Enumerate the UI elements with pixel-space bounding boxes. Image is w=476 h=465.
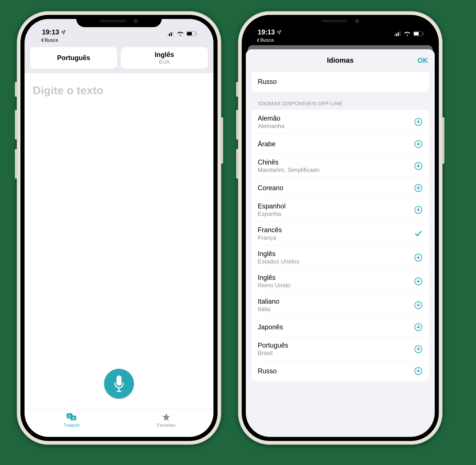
download-icon[interactable] <box>413 140 424 148</box>
battery-icon <box>186 31 197 36</box>
language-row[interactable]: Japonês <box>258 317 429 337</box>
ok-button[interactable]: OK <box>417 56 428 64</box>
translate-input-placeholder: Digite o texto <box>33 84 205 97</box>
svg-rect-19 <box>414 32 419 35</box>
language-name: Chinês <box>258 158 413 166</box>
language-name: Alemão <box>258 115 413 122</box>
device-frame-left: 19:13 Busca <box>17 11 221 445</box>
language-row[interactable]: ItalianoItália <box>258 293 429 317</box>
language-row[interactable]: Russo <box>258 361 429 381</box>
language-row[interactable]: ChinêsMandarim, Simplificado <box>258 154 429 178</box>
mic-button[interactable] <box>104 369 134 399</box>
language-row[interactable]: InglêsReino Unido <box>258 269 429 293</box>
battery-icon <box>413 31 424 36</box>
translate-input-area[interactable]: Digite o texto <box>25 73 213 409</box>
download-icon[interactable] <box>413 206 424 214</box>
language-name: Inglês <box>258 250 413 258</box>
svg-rect-2 <box>171 32 172 36</box>
target-language-sub: EUA <box>159 59 170 65</box>
language-name: Português <box>258 341 413 349</box>
language-row[interactable]: Coreano <box>258 178 429 198</box>
cellular-icon <box>167 31 174 36</box>
languages-scroll[interactable]: Russo IDIOMAS DISPONÍVEIS OFF-LINE Alemã… <box>246 72 435 437</box>
translate-icon: A 文 <box>66 412 78 422</box>
svg-text:文: 文 <box>72 417 75 420</box>
svg-rect-1 <box>169 33 170 36</box>
tab-bar: A 文 Traduzir Favoritas <box>25 409 213 437</box>
wifi-icon <box>404 31 411 36</box>
language-name: Italiano <box>258 297 413 305</box>
back-to-app[interactable]: Busca <box>246 37 435 44</box>
svg-rect-15 <box>396 33 397 36</box>
languages-sheet: Idiomas OK Russo IDIOMAS DISPONÍVEIS OFF… <box>246 49 435 437</box>
back-caret-icon <box>257 38 259 42</box>
download-icon[interactable] <box>413 367 424 375</box>
language-name: Japonês <box>258 323 413 331</box>
offline-languages-list: AlemãoAlemanhaÁrabeChinêsMandarim, Simpl… <box>251 110 429 381</box>
wifi-icon <box>177 31 184 36</box>
language-name: Espanhol <box>258 202 413 210</box>
download-icon[interactable] <box>413 118 424 126</box>
svg-rect-8 <box>118 388 120 391</box>
tab-favorites-label: Favoritas <box>157 423 176 428</box>
svg-rect-6 <box>196 33 197 35</box>
language-subtitle: França <box>258 234 413 241</box>
language-name: Coreano <box>258 184 413 192</box>
language-row[interactable]: AlemãoAlemanha <box>251 110 429 134</box>
tab-favorites[interactable]: Favoritas <box>119 409 213 437</box>
download-icon[interactable] <box>413 345 424 353</box>
offline-section-header: IDIOMAS DISPONÍVEIS OFF-LINE <box>251 99 429 110</box>
download-icon[interactable] <box>413 277 424 285</box>
language-name: Inglês <box>258 274 413 282</box>
language-row[interactable]: Árabe <box>258 134 429 154</box>
status-time: 19:13 <box>42 28 59 36</box>
language-subtitle: Estados Unidos <box>258 258 413 265</box>
language-row[interactable]: InglêsEstados Unidos <box>258 245 429 269</box>
language-row[interactable]: EspanholEspanha <box>258 198 429 222</box>
language-row[interactable]: Russo <box>251 72 429 92</box>
language-name: Árabe <box>258 140 413 148</box>
status-time: 19:13 <box>258 28 275 36</box>
language-name: Francês <box>258 226 413 234</box>
cellular-icon <box>394 31 401 36</box>
download-icon[interactable] <box>413 184 424 192</box>
location-icon <box>61 30 66 35</box>
svg-rect-20 <box>423 33 424 35</box>
language-subtitle: Alemanha <box>258 123 413 129</box>
language-subtitle: Itália <box>258 306 413 313</box>
mic-icon <box>113 376 125 392</box>
device-frame-right: 19:13 Busca Idiomas <box>238 11 443 445</box>
target-language-name: Inglês <box>155 51 174 59</box>
svg-rect-17 <box>399 31 401 36</box>
svg-rect-9 <box>116 391 122 392</box>
source-language-chip[interactable]: Português <box>30 47 117 69</box>
svg-rect-16 <box>398 32 399 36</box>
language-subtitle: Espanha <box>258 211 413 217</box>
svg-rect-14 <box>394 35 395 36</box>
back-to-app[interactable]: Busca <box>30 37 208 44</box>
tab-translate-label: Traduzir <box>64 423 80 428</box>
selected-check-icon[interactable] <box>413 230 424 238</box>
svg-rect-3 <box>173 31 174 36</box>
target-language-chip[interactable]: Inglês EUA <box>121 47 208 69</box>
language-name: Russo <box>258 78 424 85</box>
download-icon[interactable] <box>413 301 424 309</box>
language-subtitle: Mandarim, Simplificado <box>258 167 413 173</box>
download-icon[interactable] <box>413 162 424 170</box>
back-caret-icon <box>41 38 44 42</box>
language-row[interactable]: PortuguêsBrasil <box>258 337 429 361</box>
language-subtitle: Reino Unido <box>258 282 413 289</box>
language-row[interactable]: FrancêsFrança <box>258 222 429 245</box>
back-app-label: Busca <box>45 37 58 43</box>
svg-rect-5 <box>187 32 192 35</box>
language-name: Russo <box>258 367 413 375</box>
download-icon[interactable] <box>413 323 424 331</box>
back-app-label: Busca <box>260 37 274 43</box>
source-language-name: Português <box>57 54 90 62</box>
star-icon <box>161 412 171 422</box>
language-subtitle: Brasil <box>258 350 413 357</box>
svg-text:A: A <box>68 414 71 417</box>
download-icon[interactable] <box>413 254 424 262</box>
location-icon <box>277 30 281 35</box>
tab-translate[interactable]: A 文 Traduzir <box>25 409 119 437</box>
